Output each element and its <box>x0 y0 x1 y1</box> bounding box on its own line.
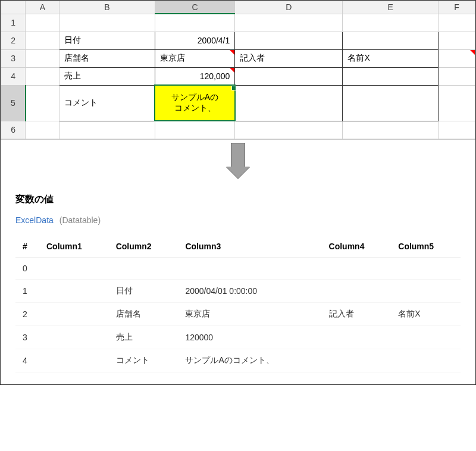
cell-f1[interactable] <box>438 14 475 32</box>
table-cell[interactable]: コメント <box>109 349 178 372</box>
corner-cell[interactable] <box>1 1 26 14</box>
table-row[interactable]: 2店舗名東京店記入者名前X <box>15 302 461 325</box>
table-cell[interactable]: 3 <box>15 325 39 349</box>
cell-d4[interactable] <box>235 67 343 85</box>
cell-f2[interactable] <box>438 32 475 49</box>
table-cell[interactable] <box>109 257 178 279</box>
col-header-c[interactable]: C <box>155 1 235 14</box>
variable-name[interactable]: ExcelData <box>15 215 54 225</box>
header-col5[interactable]: Column5 <box>391 236 461 258</box>
cell-d3[interactable]: 記入者 <box>235 49 343 67</box>
table-row[interactable]: 4コメントサンプルAのコメント、 <box>15 349 461 372</box>
table-cell[interactable] <box>178 257 321 279</box>
cell-c5-line2: コメント、 <box>174 103 216 112</box>
table-cell[interactable] <box>322 257 392 279</box>
cell-c5[interactable]: サンプルAの コメント、 <box>155 85 235 121</box>
table-cell[interactable] <box>39 279 109 302</box>
table-cell[interactable] <box>391 325 461 349</box>
cell-d6[interactable] <box>235 121 343 139</box>
cell-d5[interactable] <box>235 85 343 121</box>
table-cell[interactable] <box>322 279 392 302</box>
cell-e6[interactable] <box>343 121 438 139</box>
cell-a1[interactable] <box>26 14 60 32</box>
table-cell[interactable]: 東京店 <box>178 302 321 325</box>
table-cell[interactable]: 120000 <box>178 325 321 349</box>
cell-a3[interactable] <box>26 49 60 67</box>
row-header-6[interactable]: 6 <box>1 121 26 139</box>
table-cell[interactable]: サンプルAのコメント、 <box>178 349 321 372</box>
cell-c5-line1: サンプルAの <box>171 92 218 102</box>
cell-a4[interactable] <box>26 67 60 85</box>
table-cell[interactable]: 名前X <box>391 302 461 325</box>
cell-c1[interactable] <box>155 14 235 32</box>
header-col3[interactable]: Column3 <box>178 236 321 258</box>
col-header-a[interactable]: A <box>26 1 60 14</box>
table-cell[interactable] <box>39 349 109 372</box>
cell-a2[interactable] <box>26 32 60 49</box>
table-cell[interactable] <box>39 257 109 279</box>
variable-panel: 変数の値 ExcelData (Datatable) # Column1 Col… <box>1 181 475 384</box>
table-cell[interactable] <box>39 302 109 325</box>
row-header-1[interactable]: 1 <box>1 14 26 32</box>
cell-b4[interactable]: 売上 <box>60 67 155 85</box>
table-cell[interactable] <box>39 325 109 349</box>
panel-title: 変数の値 <box>15 193 461 206</box>
cell-b1[interactable] <box>60 14 155 32</box>
cell-f4[interactable] <box>438 67 475 85</box>
row-header-4[interactable]: 4 <box>1 67 26 85</box>
cell-c2[interactable]: 2000/4/1 <box>155 32 235 49</box>
cell-f6[interactable] <box>438 121 475 139</box>
cell-e5[interactable] <box>343 85 438 121</box>
cell-c4[interactable]: 120,000 <box>155 67 235 85</box>
spreadsheet-region: A B C D E F 1 2 日付 2000/4/1 <box>1 1 475 140</box>
header-col2[interactable]: Column2 <box>109 236 178 258</box>
cell-b2[interactable]: 日付 <box>60 32 155 49</box>
row-header-2[interactable]: 2 <box>1 32 26 49</box>
col-header-b[interactable]: B <box>60 1 155 14</box>
table-cell[interactable] <box>391 257 461 279</box>
arrow-down <box>1 140 475 181</box>
cell-b3[interactable]: 店舗名 <box>60 49 155 67</box>
table-cell[interactable]: 記入者 <box>322 302 392 325</box>
row-header-3[interactable]: 3 <box>1 49 26 67</box>
table-cell[interactable] <box>391 279 461 302</box>
cell-e4[interactable] <box>343 67 438 85</box>
header-index[interactable]: # <box>15 236 39 258</box>
table-row[interactable]: 1日付2000/04/01 0:00:00 <box>15 279 461 302</box>
table-cell[interactable]: 2 <box>15 302 39 325</box>
col-header-e[interactable]: E <box>343 1 438 14</box>
table-cell[interactable] <box>391 349 461 372</box>
data-table: # Column1 Column2 Column3 Column4 Column… <box>15 236 461 372</box>
col-header-d[interactable]: D <box>235 1 343 14</box>
table-cell[interactable]: 2000/04/01 0:00:00 <box>178 279 321 302</box>
table-cell[interactable] <box>322 325 392 349</box>
row-header-5[interactable]: 5 <box>1 85 26 121</box>
cell-e3[interactable]: 名前X <box>343 49 438 67</box>
cell-b6[interactable] <box>60 121 155 139</box>
cell-b5[interactable]: コメント <box>60 85 155 121</box>
table-cell[interactable]: 0 <box>15 257 39 279</box>
cell-d1[interactable] <box>235 14 343 32</box>
table-row[interactable]: 0 <box>15 257 461 279</box>
cell-d2[interactable] <box>235 32 343 49</box>
cell-f3[interactable] <box>438 49 475 67</box>
table-row[interactable]: 3売上120000 <box>15 325 461 349</box>
header-col4[interactable]: Column4 <box>322 236 392 258</box>
table-cell[interactable]: 1 <box>15 279 39 302</box>
table-cell[interactable] <box>322 349 392 372</box>
cell-e1[interactable] <box>343 14 438 32</box>
cell-f5[interactable] <box>438 85 475 121</box>
sheet-table[interactable]: A B C D E F 1 2 日付 2000/4/1 <box>1 1 475 139</box>
header-col1[interactable]: Column1 <box>39 236 109 258</box>
cell-a5[interactable] <box>26 85 60 121</box>
cell-e2[interactable] <box>343 32 438 49</box>
table-cell[interactable]: 4 <box>15 349 39 372</box>
table-cell[interactable]: 店舗名 <box>109 302 178 325</box>
table-cell[interactable]: 売上 <box>109 325 178 349</box>
col-header-f[interactable]: F <box>438 1 475 14</box>
cell-c6[interactable] <box>155 121 235 139</box>
cell-c3[interactable]: 東京店 <box>155 49 235 67</box>
table-cell[interactable]: 日付 <box>109 279 178 302</box>
cell-a6[interactable] <box>26 121 60 139</box>
variable-type: (Datatable) <box>60 215 101 225</box>
